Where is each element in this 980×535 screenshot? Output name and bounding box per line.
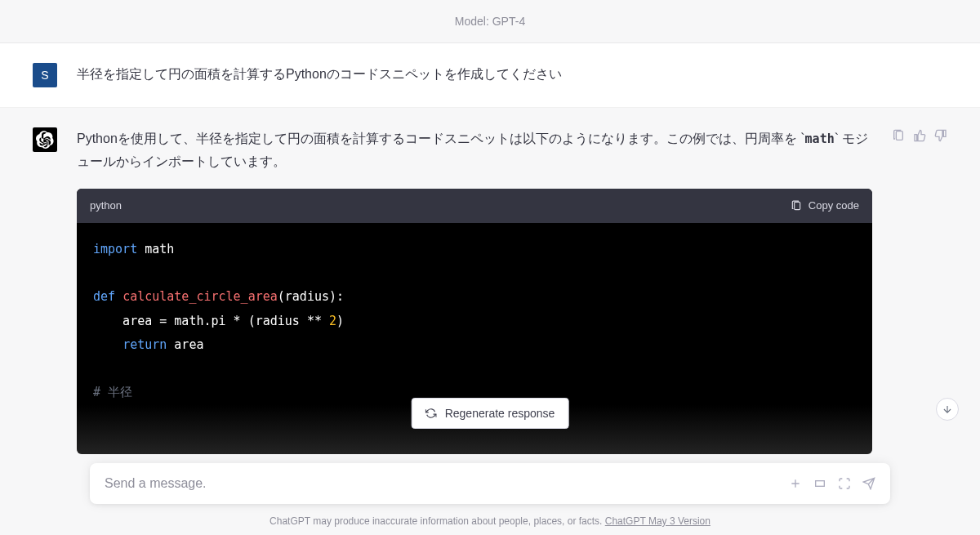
regenerate-label: Regenerate response — [445, 407, 555, 420]
message-input[interactable] — [105, 476, 789, 491]
user-avatar: S — [33, 63, 57, 87]
code-header: python Copy code — [77, 189, 872, 223]
code-language-label: python — [90, 197, 122, 215]
arrow-down-icon — [942, 403, 953, 415]
assistant-inline-code: math — [805, 132, 835, 146]
thumbs-up-icon — [913, 129, 926, 142]
expand-button[interactable] — [838, 477, 851, 490]
plus-icon — [789, 477, 802, 490]
thumbs-down-icon — [934, 129, 947, 142]
user-message-row: S 半径を指定して円の面積を計算するPythonのコードスニペットを作成してくだ… — [0, 43, 980, 108]
model-label: Model: GPT-4 — [455, 15, 525, 28]
svg-rect-0 — [795, 202, 800, 209]
footer-disclaimer: ChatGPT may produce inaccurate informati… — [0, 515, 980, 527]
add-button[interactable] — [789, 477, 802, 490]
assistant-avatar — [33, 127, 57, 152]
expand-icon — [838, 477, 851, 490]
window-button[interactable] — [813, 477, 826, 490]
send-icon — [862, 477, 875, 490]
user-avatar-letter: S — [41, 69, 48, 82]
user-message-text: 半径を指定して円の面積を計算するPythonのコードスニペットを作成してください — [77, 63, 947, 87]
scroll-down-button[interactable] — [936, 398, 959, 421]
input-icons — [789, 477, 875, 490]
send-button[interactable] — [862, 477, 875, 490]
clipboard-icon — [791, 200, 802, 212]
message-input-area — [90, 463, 890, 504]
svg-rect-2 — [816, 481, 825, 487]
refresh-icon — [425, 408, 437, 419]
version-link[interactable]: ChatGPT May 3 Version — [605, 515, 710, 527]
model-header: Model: GPT-4 — [0, 0, 980, 43]
openai-logo-icon — [36, 131, 54, 149]
thumbs-up-button[interactable] — [913, 129, 926, 454]
assistant-intro-pre: Pythonを使用して、半径を指定して円の面積を計算するコードスニペットは以下の… — [77, 132, 805, 145]
footer-text: ChatGPT may produce inaccurate informati… — [270, 515, 605, 527]
copy-code-label: Copy code — [808, 197, 859, 215]
copy-message-button[interactable] — [892, 129, 905, 454]
rectangle-icon — [813, 477, 826, 490]
regenerate-button[interactable]: Regenerate response — [412, 398, 569, 429]
svg-rect-1 — [896, 132, 902, 140]
copy-code-button[interactable]: Copy code — [791, 197, 859, 215]
clipboard-icon — [892, 129, 905, 142]
